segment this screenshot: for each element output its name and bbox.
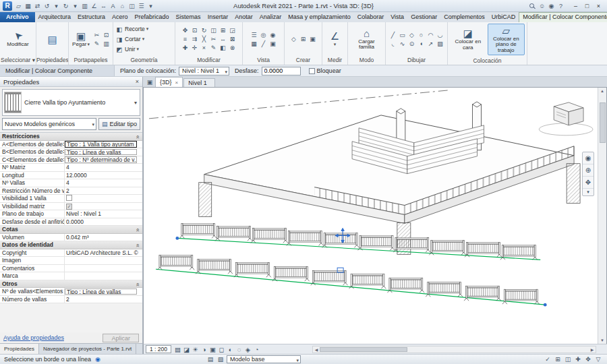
ribbon-tab[interactable]: Masa y emplazamiento: [285, 12, 354, 22]
sun-path-icon[interactable]: ☀: [191, 345, 200, 354]
ribbon-tab[interactable]: Sistemas: [173, 12, 204, 22]
filter-icon[interactable]: ▽: [594, 355, 603, 364]
property-value[interactable]: [133, 133, 142, 140]
draw-fillet-arc-icon[interactable]: ◟: [388, 40, 397, 48]
visual-style-icon[interactable]: ◪: [182, 345, 191, 354]
paste-aligned-icon[interactable]: ▥: [102, 40, 111, 48]
property-value[interactable]: [133, 226, 142, 233]
shadows-icon[interactable]: ◑: [200, 345, 208, 354]
pan-icon[interactable]: ✥: [583, 177, 594, 189]
detail-level-icon[interactable]: ▤: [173, 345, 182, 354]
notification-icon[interactable]: ◉: [547, 1, 556, 11]
draw-arc-icon[interactable]: ◠: [426, 31, 435, 39]
property-row[interactable]: Comentarios: [0, 265, 142, 273]
pin-icon[interactable]: ✚: [181, 44, 190, 52]
property-value[interactable]: UrbiCAD Architecture S.L. ©: [65, 249, 142, 257]
underlay-select-icon[interactable]: ◫: [563, 355, 573, 364]
property-value[interactable]: 4: [65, 179, 142, 187]
property-row[interactable]: Longitud 12.0000: [0, 172, 142, 180]
family-filter-combo[interactable]: Nuevo Modelos genéricos ▾: [2, 118, 96, 130]
worksets-icon[interactable]: ▤: [206, 355, 215, 364]
tab-project-browser[interactable]: Navegador de proyectos - Parte 1.rvt: [39, 344, 136, 354]
property-value[interactable]: 2: [65, 187, 142, 195]
view-tab[interactable]: Nivel 1: [183, 78, 215, 87]
apply-button[interactable]: Aplicar: [103, 334, 139, 342]
property-value[interactable]: 0.042 m³: [65, 234, 142, 241]
edit-type-button[interactable]: ▤ Editar tipo: [98, 118, 140, 130]
offset-icon[interactable]: ⇉: [190, 35, 199, 43]
property-row[interactable]: Nº de vallas<Elementos de... Tipo : Líne…: [0, 288, 142, 296]
revit-logo-icon[interactable]: R: [3, 1, 12, 11]
drag-select-icon[interactable]: ✥: [583, 355, 593, 364]
measure-icon[interactable]: ∠: [90, 1, 98, 11]
worksharing-display-icon[interactable]: ◈: [243, 345, 252, 354]
isolate-category-icon[interactable]: ◉: [268, 31, 277, 39]
ribbon-tab[interactable]: Modificar | Colocar Componente: [519, 12, 607, 22]
join-icon[interactable]: ⊠: [228, 35, 237, 43]
vertical-scroll-thumb[interactable]: [600, 102, 606, 143]
unpin-icon[interactable]: ✛: [190, 44, 199, 52]
barrier-row-lower[interactable]: [156, 255, 547, 306]
ribbon-tab[interactable]: Gestionar: [407, 12, 440, 22]
property-row[interactable]: Copyright UrbiCAD Architecture S.L. ©: [0, 249, 142, 257]
navbar-caret-icon[interactable]: ▾: [583, 189, 594, 195]
property-row[interactable]: Visibilidad matriz: [0, 203, 142, 211]
property-row[interactable]: A<Elementos de detalle> Tipo : 1 Valla t…: [0, 141, 142, 149]
draw-circle-icon[interactable]: ○: [417, 31, 426, 39]
3d-view-scene[interactable]: [144, 88, 598, 344]
property-row[interactable]: Restricciones: [0, 133, 142, 141]
geometry-button[interactable]: ◧ Recorte ▾: [115, 24, 148, 34]
property-row[interactable]: Imagen: [0, 257, 142, 265]
property-row[interactable]: Cotas: [0, 226, 142, 234]
property-row[interactable]: Marca: [0, 272, 142, 280]
property-row[interactable]: Otros: [0, 280, 142, 289]
property-value[interactable]: 2: [65, 296, 142, 303]
draw-tangent-arc-icon[interactable]: ◡: [436, 31, 444, 39]
extend-icon[interactable]: ↔: [219, 35, 227, 43]
undo-icon[interactable]: ↺: [42, 1, 51, 11]
ribbon-tab[interactable]: Archivo: [0, 12, 35, 22]
view-list-icon[interactable]: ▣: [145, 78, 154, 87]
draw-spline-icon[interactable]: ∿: [398, 40, 407, 48]
ribbon-tab[interactable]: Colaborar: [354, 12, 388, 22]
3d-text-box[interactable]: [539, 102, 593, 135]
match-icon[interactable]: ✎: [209, 44, 218, 52]
save-icon[interactable]: ▦: [24, 1, 32, 11]
ribbon-tab[interactable]: Analizar: [256, 12, 285, 22]
property-row[interactable]: Volumen 0.042 m³: [0, 234, 142, 242]
reveal-hidden-icon[interactable]: ◌: [235, 345, 243, 354]
scroll-left-icon[interactable]: ◀: [313, 347, 320, 352]
type-selector[interactable]: Cierre Valla tipo Ayuntamiento ▾: [2, 89, 140, 116]
tab-properties[interactable]: Propiedades: [0, 344, 39, 354]
place-on-face-button[interactable]: ◪ Colocar en cara: [450, 26, 486, 53]
property-value[interactable]: Tipo : 1 Valla tipo ayuntam: [65, 141, 137, 148]
geometry-button[interactable]: ◨ Cortar ▾: [115, 34, 148, 44]
editable-only-icon[interactable]: ✓: [543, 355, 552, 364]
property-value[interactable]: 4: [65, 164, 142, 171]
thin-lines-icon[interactable]: ☰: [137, 1, 146, 11]
paste-button[interactable]: ▣ Pegar▾: [71, 29, 91, 49]
zoom-icon[interactable]: ⊕: [583, 164, 594, 177]
demolish-icon[interactable]: ⊗: [228, 44, 237, 52]
array-icon[interactable]: ⊞: [219, 26, 227, 34]
property-value[interactable]: [133, 241, 142, 249]
delete-icon[interactable]: ×: [200, 44, 208, 52]
aligned-dimension-icon[interactable]: ↔: [99, 1, 108, 11]
property-row[interactable]: Nº Vallas 4: [0, 179, 142, 187]
rotate-icon[interactable]: ↻: [200, 26, 208, 34]
draw-rectangle-icon[interactable]: ▭: [398, 31, 407, 39]
property-row[interactable]: Plano de trabajo Nivel : Nivel 1: [0, 210, 142, 218]
ribbon-tab[interactable]: Arquitectura: [35, 12, 75, 22]
modify-button[interactable]: ➤ Modificar: [5, 29, 30, 49]
horizontal-scroll-thumb[interactable]: [320, 347, 407, 352]
ribbon-tab[interactable]: Complementos: [440, 12, 488, 22]
redo-caret-icon[interactable]: ▾: [71, 1, 80, 11]
property-value[interactable]: 0.0000: [65, 218, 142, 226]
vertical-scrollbar[interactable]: ▲ ▼: [598, 88, 606, 344]
cutaway-icon[interactable]: ▣: [268, 40, 277, 48]
search-icon[interactable]: [529, 3, 534, 8]
draw-partial-ellipse-icon[interactable]: ◖: [417, 40, 426, 48]
property-value[interactable]: Tipo : Línea de vallas: [65, 149, 137, 156]
ribbon-tab[interactable]: UrbiCAD: [488, 12, 519, 22]
ribbon-tab[interactable]: Vista: [387, 12, 407, 22]
